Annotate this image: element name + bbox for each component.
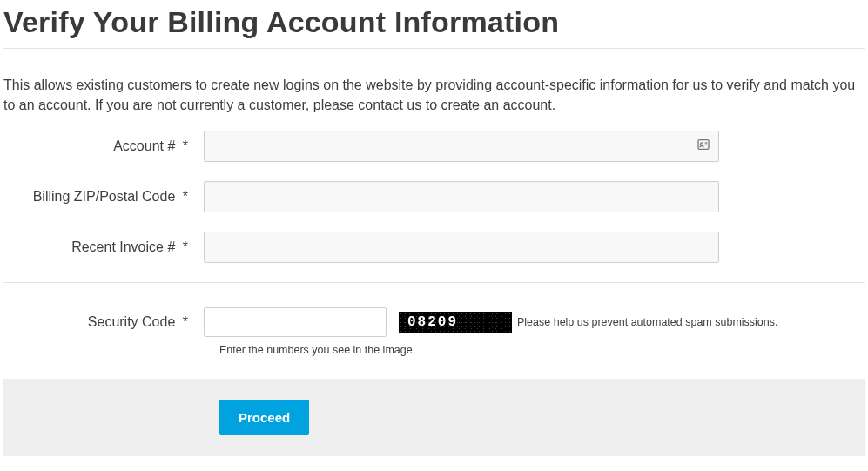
section-divider	[3, 282, 865, 283]
invoice-input[interactable]	[204, 232, 719, 263]
required-marker: *	[183, 314, 188, 329]
captcha-label-text: Security Code	[88, 314, 176, 329]
proceed-button[interactable]: Proceed	[219, 400, 309, 435]
captcha-image-text: 08209	[407, 314, 458, 330]
required-marker: *	[183, 138, 188, 153]
invoice-label: Recent Invoice # *	[3, 239, 204, 255]
heading-divider	[3, 48, 865, 49]
invoice-label-text: Recent Invoice #	[71, 239, 175, 254]
actions-bar: Proceed	[3, 379, 865, 456]
intro-text: This allows existing customers to create…	[3, 75, 857, 115]
captcha-hint-text: Enter the numbers you see in the image.	[219, 344, 865, 356]
required-marker: *	[183, 189, 188, 204]
captcha-row: Security Code * 08209 Please help us pre…	[3, 307, 865, 337]
zip-label: Billing ZIP/Postal Code *	[3, 189, 204, 205]
account-input[interactable]	[204, 131, 719, 162]
captcha-input[interactable]	[204, 307, 387, 337]
zip-row: Billing ZIP/Postal Code *	[3, 181, 865, 212]
required-marker: *	[183, 239, 188, 254]
account-label-text: Account #	[113, 138, 175, 153]
captcha-help-text: Please help us prevent automated spam su…	[517, 316, 777, 328]
invoice-row: Recent Invoice # *	[3, 232, 865, 263]
account-row: Account # *	[3, 131, 865, 162]
captcha-image: 08209	[399, 312, 512, 333]
zip-label-text: Billing ZIP/Postal Code	[33, 189, 176, 204]
captcha-label: Security Code *	[3, 314, 204, 330]
page-title: Verify Your Billing Account Information	[3, 5, 865, 39]
account-label: Account # *	[3, 138, 204, 154]
zip-input[interactable]	[204, 181, 719, 212]
